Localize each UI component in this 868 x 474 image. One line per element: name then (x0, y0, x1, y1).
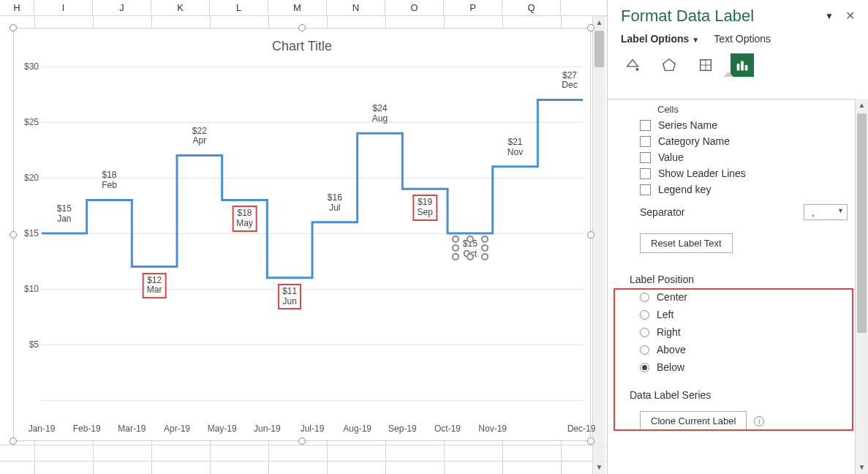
data-label-month: Dec (562, 80, 577, 90)
x-tick: Mar-19 (118, 424, 146, 434)
y-tick: $20 (17, 173, 39, 183)
scroll-up-icon[interactable]: ▲ (856, 99, 868, 112)
svg-rect-4 (737, 64, 740, 70)
x-tick: Oct-19 (434, 424, 461, 434)
data-label-apr[interactable]: $22Apr (189, 125, 210, 148)
resize-handle[interactable] (587, 231, 595, 238)
x-tick: May-19 (208, 424, 237, 434)
separator-label: Separator (640, 206, 684, 218)
x-tick: Nov-19 (478, 424, 507, 434)
data-label-month: Sep (417, 207, 432, 217)
scroll-up-icon[interactable]: ▲ (593, 16, 605, 29)
radio-right[interactable]: Right (640, 326, 848, 338)
col-header-J[interactable]: J (93, 0, 151, 15)
radio-left[interactable]: Left (640, 309, 848, 320)
chart-line (42, 67, 583, 403)
data-label-value: $18 (237, 208, 252, 218)
tab-text-options[interactable]: Text Options (714, 33, 771, 45)
radio-icon (640, 363, 649, 372)
col-header-I[interactable]: I (34, 0, 93, 15)
chart-title[interactable]: Chart Title (14, 39, 590, 54)
scroll-thumb[interactable] (857, 113, 867, 333)
resize-handle[interactable] (10, 437, 17, 445)
scroll-thumb[interactable] (595, 31, 604, 67)
data-label-month: Feb (102, 180, 117, 190)
chart-plot-area[interactable]: $30 $25 $20 $15 $10 $5 Jan-19Feb-19Mar-1… (42, 67, 583, 418)
data-label-nov[interactable]: $21Nov (505, 136, 526, 159)
checkbox-icon (640, 184, 651, 195)
col-header-N[interactable]: N (327, 0, 385, 15)
pane-scrollbar[interactable]: ▲ ▼ (855, 99, 868, 474)
chart-container[interactable]: Chart Title $30 $25 $20 $15 $10 $5 Jan-1… (13, 28, 591, 441)
checkbox-value[interactable]: Value (640, 151, 848, 163)
y-tick: $25 (17, 117, 39, 127)
x-tick: Jan-19 (29, 424, 56, 434)
data-label-mar[interactable]: $12Mar (143, 273, 167, 299)
data-label-jul[interactable]: $16Jul (325, 192, 345, 215)
x-tick: Dec-19 (567, 424, 596, 434)
info-icon[interactable]: i (754, 416, 764, 426)
resize-handle[interactable] (587, 24, 595, 31)
radio-above[interactable]: Above (640, 344, 848, 356)
data-label-dec[interactable]: $27Dec (559, 69, 580, 93)
radio-label: Above (657, 344, 686, 356)
scroll-down-icon[interactable]: ▼ (856, 461, 868, 474)
svg-rect-5 (741, 61, 744, 71)
data-label-aug[interactable]: $24Aug (369, 102, 390, 126)
checkbox-category-name[interactable]: Category Name (640, 135, 848, 147)
resize-handle[interactable] (10, 231, 17, 238)
checkbox-show-leader-lines[interactable]: Show Leader Lines (640, 168, 848, 179)
pane-dropdown-icon[interactable]: ▼ (822, 8, 837, 24)
col-header-P[interactable]: P (444, 0, 502, 15)
data-label-value: $21 (507, 137, 522, 147)
checkbox-series-name[interactable]: Series Name (640, 119, 848, 131)
radio-center[interactable]: Center (640, 291, 848, 303)
data-label-value: $19 (418, 197, 432, 207)
pane-title: Format Data Label (621, 7, 816, 26)
checkbox-legend-key[interactable]: Legend key (640, 184, 848, 195)
data-label-month: Jul (329, 203, 340, 213)
x-tick: Feb-19 (73, 424, 101, 434)
scroll-down-icon[interactable]: ▼ (593, 461, 605, 474)
pane-close-icon[interactable]: ✕ (842, 6, 858, 26)
grid-scrollbar[interactable]: ▲ ▼ (592, 16, 605, 474)
checkbox-icon (640, 136, 651, 147)
effects-icon[interactable] (657, 53, 681, 77)
checkbox-label: Legend key (658, 184, 711, 195)
tab-label-options[interactable]: Label Options▼ (621, 33, 699, 45)
data-label-month: Apr (192, 135, 206, 146)
label-options-icon[interactable] (731, 53, 754, 77)
resize-handle[interactable] (587, 437, 595, 445)
size-properties-icon[interactable] (694, 53, 717, 77)
data-label-feb[interactable]: $18Feb (99, 169, 120, 192)
data-label-sep[interactable]: $19Sep (412, 195, 437, 221)
data-label-jun[interactable]: $11Jun (278, 284, 301, 310)
data-label-jan[interactable]: $15Jan (54, 203, 75, 226)
resize-handle[interactable] (10, 24, 17, 31)
col-header-H[interactable]: H (0, 0, 34, 15)
resize-handle[interactable] (298, 24, 306, 31)
label-position-title: Label Position (630, 274, 848, 285)
col-header-L[interactable]: L (210, 0, 268, 15)
checkbox-label: Value (658, 151, 684, 163)
svg-rect-6 (745, 65, 748, 70)
col-header-Q[interactable]: Q (502, 0, 561, 15)
col-header-M[interactable]: M (268, 0, 327, 15)
y-tick: $30 (17, 61, 39, 72)
data-label-selection[interactable] (452, 236, 488, 260)
reset-label-text-button[interactable]: Reset Label Text (640, 233, 733, 253)
separator-dropdown[interactable]: , (804, 204, 848, 220)
x-tick: Sep-19 (388, 424, 417, 434)
data-label-value: $27 (562, 70, 577, 80)
fill-line-icon[interactable] (621, 53, 644, 77)
col-header-O[interactable]: O (385, 0, 444, 15)
col-header-K[interactable]: K (151, 0, 210, 15)
radio-below[interactable]: Below (640, 361, 848, 373)
radio-label: Center (657, 291, 687, 303)
checkbox-icon (640, 168, 651, 179)
clone-current-label-button[interactable]: Clone Current Label (640, 411, 747, 431)
data-label-value: $18 (102, 170, 116, 180)
resize-handle[interactable] (298, 437, 306, 445)
data-label-may[interactable]: $18May (232, 206, 257, 232)
data-label-month: Aug (372, 113, 388, 124)
